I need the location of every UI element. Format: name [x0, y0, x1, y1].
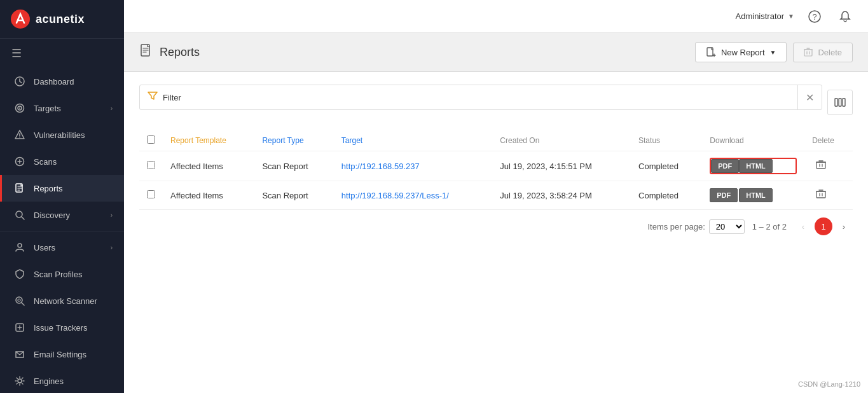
pagination-bar: Items per page: 10 20 50 100 1 – 2 of 2 … — [139, 210, 853, 238]
filter-input[interactable] — [163, 93, 790, 102]
row2-html-button[interactable]: HTML — [739, 188, 773, 202]
page-actions: New Report ▼ Delete — [695, 42, 853, 62]
email-settings-icon — [13, 348, 26, 361]
discovery-arrow: › — [111, 212, 113, 219]
acunetix-logo-icon — [10, 9, 31, 29]
sidebar-item-label-issue-trackers: Issue Trackers — [34, 323, 113, 333]
sidebar-item-targets[interactable]: Targets › — [0, 95, 124, 121]
logo-area: acunetix — [0, 0, 124, 39]
row1-target: http://192.168.59.237 — [334, 151, 493, 181]
row1-target-link[interactable]: http://192.168.59.237 — [341, 162, 420, 171]
engines-icon — [13, 375, 26, 387]
svg-line-11 — [22, 217, 24, 219]
sidebar-item-network-scanner[interactable]: Network Scanner — [0, 287, 124, 314]
columns-button[interactable] — [827, 90, 853, 115]
users-icon — [13, 241, 26, 254]
th-download: Download — [702, 130, 804, 151]
page-range: 1 – 2 of 2 — [752, 222, 787, 231]
watermark: CSDN @Lang-1210 — [798, 380, 860, 388]
network-scanner-icon — [13, 294, 26, 307]
filter-inner — [140, 91, 797, 104]
row2-target: http://192.168.59.237/Less-1/ — [334, 181, 493, 210]
row1-checkbox[interactable] — [147, 161, 155, 169]
row1-delete-button[interactable] — [812, 158, 830, 174]
help-button[interactable]: ? — [804, 6, 825, 27]
new-report-button[interactable]: New Report ▼ — [695, 42, 787, 62]
sidebar-item-users[interactable]: Users › — [0, 234, 124, 261]
th-checkbox — [139, 130, 163, 151]
svg-rect-32 — [816, 162, 825, 169]
row1-created-on: Jul 19, 2023, 4:15:51 PM — [492, 151, 631, 181]
row2-created-on: Jul 19, 2023, 3:58:24 PM — [492, 181, 631, 210]
svg-point-4 — [19, 107, 20, 109]
th-delete: Delete — [804, 130, 853, 151]
svg-rect-30 — [839, 99, 841, 106]
sidebar-item-label-scans: Scans — [34, 157, 113, 167]
scans-icon — [13, 155, 26, 168]
sidebar-item-scans[interactable]: Scans — [0, 148, 124, 175]
next-page-button[interactable]: › — [835, 217, 853, 235]
svg-text:?: ? — [813, 13, 817, 22]
discovery-icon — [13, 209, 26, 221]
page-1-button[interactable]: 1 — [815, 217, 832, 235]
reports-icon — [13, 182, 26, 195]
menu-toggle[interactable]: ☰ — [0, 39, 124, 68]
row2-target-link[interactable]: http://192.168.59.237/Less-1/ — [341, 191, 449, 200]
sidebar-nav: Dashboard Targets › Vulnerabilities Scan… — [0, 68, 124, 393]
content-area: ✕ Report Template — [124, 72, 868, 393]
sidebar-item-reports[interactable]: Reports — [0, 175, 124, 202]
delete-button[interactable]: Delete — [793, 43, 853, 62]
page-header: Reports New Report ▼ — [124, 33, 868, 72]
sidebar-item-email-settings[interactable]: Email Settings — [0, 341, 124, 368]
sidebar-item-dashboard[interactable]: Dashboard — [0, 68, 124, 95]
select-all-checkbox[interactable] — [147, 135, 155, 144]
row1-delete-cell — [804, 151, 853, 181]
admin-chevron-icon: ▼ — [788, 13, 794, 20]
filter-row: ✕ — [139, 85, 853, 120]
users-arrow: › — [111, 244, 113, 251]
th-report-type: Report Type — [254, 130, 333, 151]
filter-clear-button[interactable]: ✕ — [797, 85, 822, 109]
svg-point-17 — [18, 379, 22, 383]
svg-point-14 — [18, 299, 20, 301]
th-target: Target — [334, 130, 493, 151]
sidebar-item-vulnerabilities[interactable]: Vulnerabilities — [0, 121, 124, 148]
admin-menu-button[interactable]: Administrator ▼ — [736, 11, 794, 21]
row1-report-template: Affected Items — [163, 151, 254, 181]
vulnerabilities-icon — [13, 128, 26, 141]
sidebar-item-engines[interactable]: Engines — [0, 368, 124, 393]
sidebar-item-label-targets: Targets — [34, 104, 111, 113]
row1-pdf-button[interactable]: PDF — [711, 159, 739, 173]
row2-download: PDF HTML — [702, 181, 804, 210]
items-per-page-area: Items per page: 10 20 50 100 — [647, 219, 744, 234]
row1-checkbox-cell — [139, 151, 163, 181]
top-header-right: Administrator ▼ ? — [736, 6, 855, 27]
sidebar-item-scan-profiles[interactable]: Scan Profiles — [0, 261, 124, 287]
logo-text: acunetix — [36, 13, 85, 26]
delete-label: Delete — [818, 48, 842, 57]
reports-table: Report Template Report Type Target Creat… — [139, 130, 853, 210]
main-content: Administrator ▼ ? — [124, 0, 868, 393]
filter-icon — [148, 91, 158, 104]
row1-download-highlighted: PDF HTML — [710, 158, 797, 174]
row2-pdf-button[interactable]: PDF — [710, 188, 738, 202]
admin-label: Administrator — [736, 11, 785, 21]
sidebar-item-label-email-settings: Email Settings — [34, 350, 113, 359]
svg-rect-31 — [843, 99, 845, 106]
sidebar-item-issue-trackers[interactable]: Issue Trackers — [0, 314, 124, 341]
sidebar-item-label-dashboard: Dashboard — [34, 77, 113, 86]
row2-delete-cell — [804, 181, 853, 210]
svg-rect-29 — [835, 99, 837, 106]
new-report-arrow: ▼ — [770, 49, 776, 56]
row2-checkbox[interactable] — [147, 190, 155, 198]
new-report-label: New Report — [721, 48, 765, 57]
row2-delete-button[interactable] — [812, 188, 830, 203]
prev-page-button[interactable]: ‹ — [794, 217, 812, 235]
filter-bar: ✕ — [139, 85, 822, 110]
per-page-select[interactable]: 10 20 50 100 — [709, 219, 745, 234]
targets-icon — [13, 102, 26, 114]
notification-button[interactable] — [835, 6, 855, 27]
sidebar-item-discovery[interactable]: Discovery › — [0, 202, 124, 228]
row1-html-button[interactable]: HTML — [739, 159, 773, 173]
row2-download-btns: PDF HTML — [710, 188, 797, 202]
